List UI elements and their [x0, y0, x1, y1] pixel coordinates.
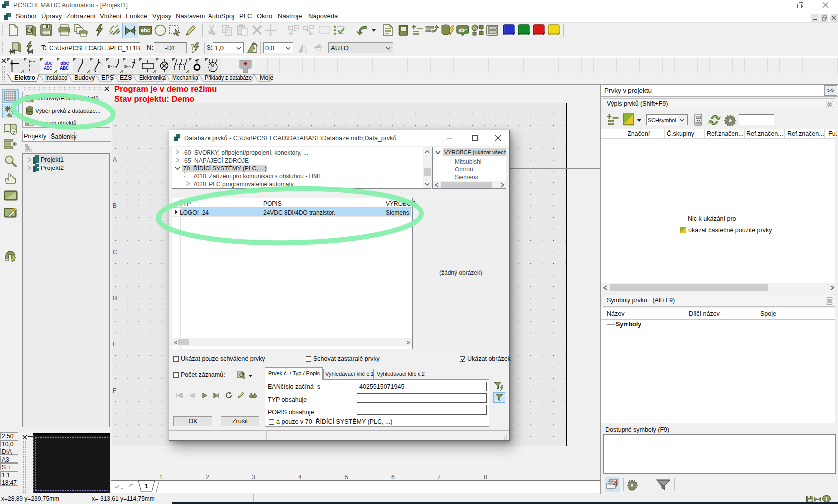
- svg-text:Elektro: Elektro: [14, 74, 35, 81]
- svg-text:E: E: [108, 64, 110, 69]
- svg-text:abc: abc: [44, 61, 53, 66]
- svg-text:abc: abc: [141, 27, 150, 33]
- svg-text:Elektronika: Elektronika: [139, 74, 166, 81]
- svg-text:Instalace: Instalace: [45, 74, 67, 81]
- svg-text:EPS: EPS: [101, 74, 114, 81]
- svg-text:i: i: [826, 496, 827, 502]
- svg-text:1: 1: [145, 482, 148, 490]
- svg-text:Mechanika: Mechanika: [172, 74, 198, 81]
- svg-text:ABC: ABC: [60, 65, 69, 71]
- svg-text:Moje: Moje: [260, 74, 273, 81]
- svg-text:Příklady z databáze: Příklady z databáze: [205, 74, 252, 81]
- svg-text:ABC: ABC: [44, 66, 52, 71]
- svg-text:?: ?: [13, 130, 16, 135]
- svg-text:3~: 3~: [210, 67, 214, 71]
- svg-text:E: E: [124, 64, 127, 69]
- svg-text:Budovy: Budovy: [74, 74, 95, 81]
- svg-text:EZS: EZS: [120, 74, 132, 81]
